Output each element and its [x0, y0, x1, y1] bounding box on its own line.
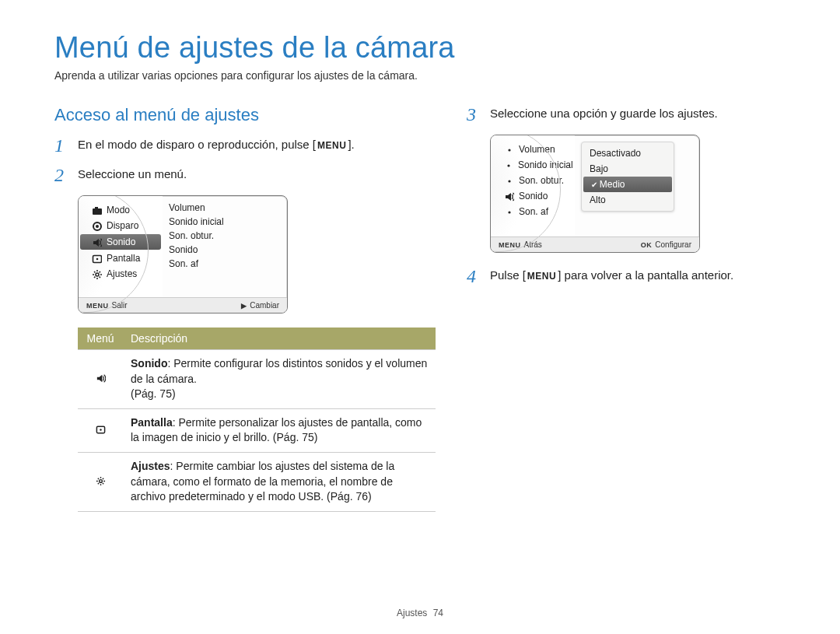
- value-picker: Desactivado Bajo Medio Alto: [581, 142, 674, 212]
- lcd-left-panel: Modo Disparo Sonido Pantalla Ajustes: [79, 196, 163, 297]
- step-3: 3 Seleccione una opción y guarde los aju…: [467, 105, 793, 124]
- row-text: : Permite personalizar los ajustes de pa…: [131, 416, 422, 444]
- menu-description-table: Menú Descripción Sonido: Permite configu…: [78, 328, 436, 512]
- sound-icon: [95, 373, 106, 384]
- page-title: Menú de ajustes de la cámara: [54, 31, 793, 65]
- camera-screen-option: Volumen Sonido inicial Son. obtur. Sonid…: [490, 135, 700, 253]
- camera-screen-menu: Modo Disparo Sonido Pantalla Ajustes Vol…: [78, 195, 288, 313]
- step-2-text: Seleccione un menú.: [78, 166, 436, 183]
- row-page: (Pág. 75): [131, 387, 176, 400]
- picker-option-selected[interactable]: Medio: [583, 177, 672, 192]
- submenu-item[interactable]: Son. obtur.: [169, 230, 279, 241]
- footer-change-label: Cambiar: [250, 301, 279, 310]
- gear-icon: [95, 475, 106, 486]
- page-number: 74: [433, 608, 443, 618]
- table-header-descripcion: Descripción: [123, 328, 436, 350]
- step-number: 2: [54, 166, 68, 184]
- table-row: Sonido: Permite configurar los distintos…: [78, 350, 436, 409]
- lcd-right-panel: Volumen Sonido inicial Son. obtur. Sonid…: [163, 196, 287, 297]
- step-1-text-post: ].: [348, 138, 354, 151]
- row-text: : Permite configurar los distintos sonid…: [131, 357, 427, 385]
- submenu-item[interactable]: Sonido: [169, 244, 279, 255]
- section-heading: Acceso al menú de ajustes: [54, 105, 436, 125]
- step-4-text-post: ] para volver a la pantalla anterior.: [558, 268, 733, 282]
- footer-set-label: Configurar: [655, 240, 691, 249]
- row-title: Pantalla: [131, 416, 173, 429]
- table-row: Ajustes: Permite cambiar los ajustes del…: [78, 452, 436, 511]
- page-subtitle: Aprenda a utilizar varias opciones para …: [54, 69, 793, 82]
- row-text: : Permite cambiar los ajustes del sistem…: [131, 460, 394, 503]
- step-2: 2 Seleccione un menú.: [54, 166, 436, 184]
- submenu-item[interactable]: Sonido inicial: [169, 216, 279, 227]
- row-title: Ajustes: [131, 460, 170, 472]
- page: Menú de ajustes de la cámara Aprenda a u…: [0, 0, 840, 634]
- table-row: Pantalla: Permite personalizar los ajust…: [78, 408, 436, 452]
- step-1-text-pre: En el modo de disparo o reproducción, pu…: [78, 138, 316, 151]
- step-number: 3: [467, 105, 481, 124]
- menu-key: MENU: [316, 139, 348, 152]
- right-arrow-icon: ▶: [241, 302, 247, 310]
- submenu-item[interactable]: Son. af: [169, 258, 279, 269]
- step-1: 1 En el modo de disparo o reproducción, …: [54, 136, 436, 155]
- left-column: Acceso al menú de ajustes 1 En el modo d…: [54, 105, 436, 512]
- menu-key: MENU: [526, 270, 558, 283]
- picker-option[interactable]: Alto: [582, 192, 674, 208]
- step-3-text: Seleccione una opción y guarde los ajust…: [490, 105, 793, 122]
- step-number: 4: [467, 267, 481, 285]
- screen-icon: [95, 424, 106, 435]
- step-number: 1: [54, 136, 68, 155]
- step-4-text-pre: Pulse [: [490, 268, 526, 282]
- ok-key-icon: OK: [641, 241, 653, 249]
- lcd-right-panel: Desactivado Bajo Medio Alto: [575, 135, 699, 236]
- picker-option[interactable]: Desactivado: [582, 145, 674, 161]
- picker-option[interactable]: Bajo: [582, 161, 674, 177]
- row-title: Sonido: [131, 357, 167, 370]
- footer-section: Ajustes: [397, 608, 427, 618]
- right-column: 3 Seleccione una opción y guarde los aju…: [467, 105, 793, 512]
- step-4: 4 Pulse [MENU] para volver a la pantalla…: [467, 267, 793, 285]
- lcd-left-panel: Volumen Sonido inicial Son. obtur. Sonid…: [491, 135, 575, 236]
- page-footer: Ajustes 74: [0, 608, 840, 618]
- table-header-menu: Menú: [78, 328, 123, 350]
- submenu-item[interactable]: Volumen: [169, 202, 279, 213]
